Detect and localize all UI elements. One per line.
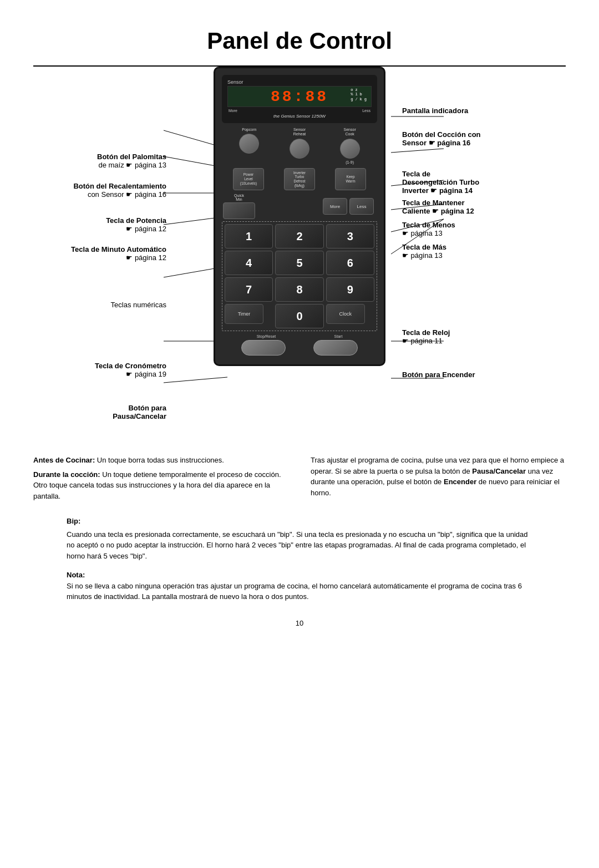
label-boton-pausa: Botón para Pausa/Cancelar bbox=[113, 404, 166, 420]
num-5-button[interactable]: 5 bbox=[275, 251, 323, 275]
num-8-button[interactable]: 8 bbox=[275, 277, 323, 302]
num-9-button[interactable]: 9 bbox=[326, 277, 374, 302]
bip-text: Cuando una tecla es presionada correctam… bbox=[67, 529, 532, 562]
display-less-label: Less bbox=[362, 109, 370, 113]
sensor-cook-group: SensorCook (1-9) bbox=[340, 128, 360, 165]
page-title: Panel de Control bbox=[33, 11, 566, 67]
num-3-button[interactable]: 3 bbox=[326, 224, 374, 248]
quick-min-group: QuickMin bbox=[223, 194, 255, 219]
display-section: Sensor 88:88 oz%lbg/kg More Less the Gen… bbox=[222, 75, 377, 123]
inverter-turbo-button[interactable]: InverterTurboDefrost(lb/kg) bbox=[284, 168, 315, 190]
label-boton-coccion: Botón del Cocción con Sensor ☛ página 16 bbox=[402, 130, 481, 147]
label-minuto: Tecla de Minuto Automático ☛ página 12 bbox=[71, 245, 166, 262]
popcorn-group: Popcorn bbox=[239, 128, 259, 165]
num-0-button[interactable]: 0 bbox=[275, 304, 323, 328]
num-1-button[interactable]: 1 bbox=[225, 224, 273, 248]
stop-reset-label: Stop/Reset bbox=[257, 334, 276, 338]
display-digits: 88:88 bbox=[271, 88, 328, 105]
power-level-button[interactable]: PowerLevel(10Levels) bbox=[233, 168, 264, 190]
svg-line-8 bbox=[391, 149, 444, 153]
label-encender: Botón para Encender bbox=[402, 370, 475, 379]
timer-button[interactable]: Timer bbox=[225, 304, 263, 324]
nota-text: Si no se lleva a cabo ninguna operación … bbox=[67, 581, 532, 602]
label-potencia: Tecla de Potencia ☛ página 12 bbox=[106, 216, 166, 233]
label-teclas-numericas: Teclas numéricas bbox=[111, 301, 166, 309]
more-group: More bbox=[323, 198, 347, 215]
display-more-label: More bbox=[229, 109, 237, 113]
top-buttons-row: Popcorn SensorReheat SensorCook (1-9) bbox=[222, 128, 377, 165]
bottom-left-col: Antes de Cocinar: Un toque borra todas s… bbox=[33, 455, 288, 505]
keep-warm-button[interactable]: KeepWarm bbox=[335, 168, 366, 190]
sensor-reheat-button[interactable] bbox=[290, 139, 309, 159]
stop-start-row bbox=[222, 340, 377, 356]
label-reloj: Tecla de Reloj ☛ página 11 bbox=[402, 328, 450, 345]
sensor-reheat-group: SensorReheat bbox=[290, 128, 309, 165]
panel-body: Sensor 88:88 oz%lbg/kg More Less the Gen… bbox=[214, 67, 385, 366]
nota-title: Nota: bbox=[67, 570, 532, 581]
quick-min-button[interactable] bbox=[223, 202, 255, 219]
brand-text: the Genius Sensor 1250W bbox=[227, 114, 372, 119]
bottom-right-col: Tras ajustar el programa de cocina, puls… bbox=[311, 455, 566, 505]
page-number: 10 bbox=[0, 619, 599, 627]
label-mas: Tecla de Más ☛ página 13 bbox=[402, 243, 446, 260]
bottom-columns: Antes de Cocinar: Un toque borra todas s… bbox=[33, 455, 566, 505]
display-screen: 88:88 oz%lbg/kg bbox=[227, 86, 372, 107]
label-mantener: Tecla de Mantener Caliente ☛ página 12 bbox=[402, 199, 474, 215]
bip-title: Bip: bbox=[67, 516, 532, 527]
numpad-container: 1 2 3 4 5 6 7 8 9 Timer 0 Clock bbox=[222, 221, 377, 331]
start-description-text: Tras ajustar el programa de cocina, puls… bbox=[311, 455, 566, 498]
sensor-reheat-label: SensorReheat bbox=[293, 128, 306, 137]
func-buttons-row: PowerLevel(10Levels) InverterTurboDefros… bbox=[222, 168, 377, 190]
quick-min-row: QuickMin More Less bbox=[222, 194, 377, 219]
less-group: Less bbox=[349, 198, 374, 215]
label-cronometro: Tecla de Cronómetro ☛ página 19 bbox=[95, 362, 166, 378]
more-button[interactable]: More bbox=[323, 198, 347, 215]
power-level-group: PowerLevel(10Levels) bbox=[233, 168, 264, 190]
sensor-cook-label: SensorCook bbox=[344, 128, 356, 137]
power-level-label: PowerLevel(10Levels) bbox=[240, 172, 257, 185]
clock-button[interactable]: Clock bbox=[326, 304, 365, 324]
svg-line-6 bbox=[164, 377, 227, 383]
start-button[interactable] bbox=[313, 340, 358, 356]
microwave-panel: Sensor 88:88 oz%lbg/kg More Less the Gen… bbox=[214, 67, 385, 366]
popcorn-label: Popcorn bbox=[242, 128, 256, 132]
bip-section: Bip: Cuando una tecla es presionada corr… bbox=[33, 516, 566, 561]
num-7-button[interactable]: 7 bbox=[225, 277, 273, 302]
start-label: Start bbox=[334, 334, 343, 338]
during-cooking-text: Durante la cocción: Un toque detiene tem… bbox=[33, 469, 288, 502]
nota-section: Nota: Si no se lleva a cabo ninguna oper… bbox=[33, 570, 566, 602]
inverter-turbo-group: InverterTurboDefrost(lb/kg) bbox=[284, 168, 315, 190]
quick-min-label: QuickMin bbox=[234, 194, 244, 201]
keep-warm-group: KeepWarm bbox=[335, 168, 366, 190]
display-units: oz%lbg/kg bbox=[351, 88, 369, 101]
label-descongelacion: Tecla de Descongelación Turbo Inverter ☛… bbox=[402, 170, 479, 195]
inverter-turbo-label: InverterTurboDefrost(lb/kg) bbox=[293, 171, 306, 188]
sensor-cook-button[interactable] bbox=[340, 139, 360, 159]
num-4-button[interactable]: 4 bbox=[225, 251, 273, 275]
label-palomitas: Botón del Palomitas de maíz ☛ página 13 bbox=[97, 153, 166, 169]
less-button[interactable]: Less bbox=[349, 198, 374, 215]
popcorn-button[interactable] bbox=[239, 134, 259, 154]
stop-start-labels: Stop/Reset Start bbox=[222, 334, 377, 338]
display-more-less: More Less bbox=[227, 109, 372, 113]
label-pantalla: Pantalla indicadora bbox=[402, 106, 468, 115]
keep-warm-label: KeepWarm bbox=[346, 175, 355, 184]
num-6-button[interactable]: 6 bbox=[326, 251, 374, 275]
bottom-section: Antes de Cocinar: Un toque borra todas s… bbox=[0, 444, 599, 619]
sensor-label: Sensor bbox=[227, 79, 372, 85]
before-cooking-text: Antes de Cocinar: Un toque borra todas s… bbox=[33, 455, 288, 466]
num-2-button[interactable]: 2 bbox=[275, 224, 323, 248]
stop-reset-button[interactable] bbox=[241, 340, 286, 356]
numpad-grid: 1 2 3 4 5 6 7 8 9 Timer 0 Clock bbox=[225, 224, 374, 328]
label-recalentamiento: Botón del Recalentamiento con Sensor ☛ p… bbox=[73, 182, 166, 199]
sensor-cook-sublabel: (1-9) bbox=[346, 160, 354, 165]
label-menos: Tecla de Menos ☛ página 13 bbox=[402, 221, 455, 237]
more-less-group: More Less bbox=[323, 198, 374, 215]
diagram-area: Botón del Palomitas de maíz ☛ página 13 … bbox=[33, 67, 566, 444]
